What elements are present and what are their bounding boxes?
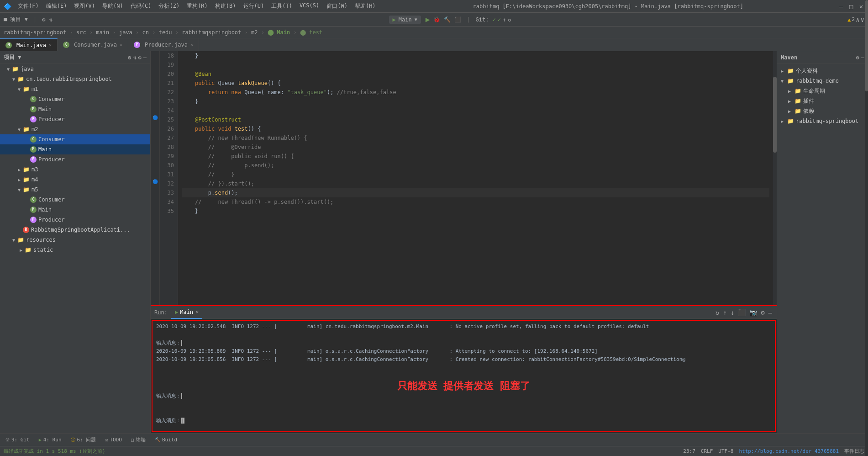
breadcrumb: rabbitmq-springboot › src › main › java … (4, 29, 322, 36)
editor-tabs: M Main.java ✕ C Consumer.java ✕ P Produc… (0, 38, 868, 51)
menu-file[interactable]: 文件(F) (15, 1, 42, 11)
tree-m2-producer[interactable]: ▶ P Producer (0, 154, 150, 164)
tree-cn-tedu[interactable]: ▼ 📁 cn.tedu.rabbitmqspringboot (0, 74, 150, 84)
tree-m5[interactable]: ▼ 📁 m5 (0, 185, 150, 195)
maven-minimize-icon[interactable]: — (861, 54, 864, 61)
up-icon[interactable]: ↑ (722, 308, 727, 317)
menu-window[interactable]: 窗口(W) (324, 1, 350, 11)
tree-arrow-m3: ▶ (16, 167, 22, 172)
git-check1[interactable]: ✓ (492, 16, 495, 23)
settings-icon[interactable]: ⚙ (42, 16, 45, 23)
tab-main[interactable]: M Main.java ✕ (0, 38, 58, 51)
code-line-19 (182, 60, 769, 69)
tree-m5-main[interactable]: ▶ M Main (0, 205, 150, 215)
toolbar-tab-todo[interactable]: ☑ TODO (101, 435, 126, 445)
toolbar-tab-git[interactable]: ⑨ 9: Git (2, 435, 33, 445)
sidebar-minimize-icon[interactable]: — (143, 54, 147, 61)
tree-static[interactable]: ▶ 📁 static (0, 245, 150, 255)
menu-build[interactable]: 构建(B) (212, 1, 239, 11)
minimize-panel-icon[interactable]: — (768, 308, 773, 317)
debug-button[interactable]: 🐞 (433, 16, 440, 23)
tree-m2-consumer[interactable]: ▶ C Consumer (0, 134, 150, 144)
tab-producer[interactable]: P Producer.java ✕ (128, 38, 199, 51)
toolbar-tab-run[interactable]: ▶ 4: Run (35, 435, 65, 445)
tree-app[interactable]: ▶ R RabbitmqSpringbootApplicati... (0, 225, 150, 235)
maven-item-deps[interactable]: ▶ 📁 依赖 (777, 106, 868, 116)
console-content[interactable]: 2020-10-09 19:20:02.548 INFO 1272 --- [ … (153, 321, 775, 431)
maven-label-lifecycle: 生命周期 (803, 87, 825, 95)
git-refresh[interactable]: ↻ (508, 16, 511, 23)
menu-tools[interactable]: 工具(T) (268, 1, 295, 11)
build-button[interactable]: 🔨 (444, 16, 451, 23)
stop-icon[interactable]: ⬛ (737, 308, 747, 317)
tree-resources[interactable]: ▼ 📁 resources (0, 235, 150, 245)
tab-main-close[interactable]: ✕ (49, 42, 52, 48)
toolbar-tab-build[interactable]: 🔨 Build (151, 435, 181, 445)
menu-analyze[interactable]: 分析(Z) (156, 1, 182, 11)
editor-scrollbar[interactable] (773, 51, 777, 305)
bottom-panel-header: Run: ▶ Main ✕ ↻ ↑ ↓ ⬛ 📷 ⚙ — (151, 306, 777, 319)
maven-item-springboot[interactable]: ▶ 📁 rabbitmq-springboot (777, 116, 868, 126)
run-config-arrow[interactable]: ▼ (415, 17, 417, 22)
tab-producer-close[interactable]: ✕ (190, 42, 193, 47)
sidebar-gear-icon[interactable]: ⚙ (128, 54, 131, 61)
tree-m5-producer[interactable]: ▶ P Producer (0, 215, 150, 225)
bottom-tab-main[interactable]: ▶ Main ✕ (171, 306, 202, 319)
git-push[interactable]: ↑ (503, 16, 506, 23)
menu-view[interactable]: 视图(V) (71, 1, 98, 11)
rerun-icon[interactable]: ↻ (715, 308, 720, 317)
menu-refactor[interactable]: 重构(R) (184, 1, 210, 11)
code-line-26: public void test() { (182, 124, 769, 133)
menu-vcs[interactable]: VCS(S) (297, 1, 322, 11)
sidebar-settings-icon[interactable]: ⚙ (138, 54, 142, 61)
maven-item-plugins[interactable]: ▶ 📁 插件 (777, 96, 868, 106)
toolbar-tab-problems[interactable]: ⓘ 6: 问题 (67, 435, 100, 445)
menu-edit[interactable]: 编辑(E) (43, 1, 70, 11)
camera-icon[interactable]: 📷 (748, 308, 758, 317)
run-button[interactable]: ▶ (426, 15, 430, 24)
maven-item-demo[interactable]: ▼ 📁 rabbitmq-demo (777, 76, 868, 86)
toolbar-tab-todo-label: TODO (110, 437, 122, 443)
close-button[interactable]: ✕ (858, 3, 864, 10)
bottom-tab-close[interactable]: ✕ (196, 309, 199, 314)
status-event-log[interactable]: 事件日志 (844, 448, 864, 455)
breadcrumb-class[interactable]: ⬤ Main (268, 29, 290, 36)
maximize-button[interactable]: □ (848, 3, 854, 10)
tab-consumer-close[interactable]: ✕ (120, 42, 122, 47)
toggle-icon[interactable]: ⇅ (49, 16, 52, 23)
maven-item-personal[interactable]: ▶ 📁 个人资料 (777, 66, 868, 76)
stop-button[interactable]: ⬛ (454, 16, 461, 23)
menu-nav[interactable]: 导航(N) (100, 1, 126, 11)
tree-m4[interactable]: ▶ 📁 m4 (0, 175, 150, 185)
tree-m1-consumer[interactable]: ▶ C Consumer (0, 94, 150, 104)
tree-m1-producer[interactable]: ▶ P Producer (0, 114, 150, 124)
menu-run[interactable]: 运行(U) (241, 1, 267, 11)
sidebar-toggle-icon[interactable]: ⇅ (133, 54, 136, 61)
menu-help[interactable]: 帮助(H) (352, 1, 379, 11)
warning-count: ▲ 2 ∧ ∨ (847, 16, 864, 23)
tree-m1-main[interactable]: ▶ M Main (0, 104, 150, 114)
tree-m2[interactable]: ▼ 📁 m2 (0, 124, 150, 134)
git-check2[interactable]: ✓ (498, 16, 501, 23)
tree-label-m5-producer: Producer (38, 217, 65, 223)
tree-m5-consumer[interactable]: ▶ C Consumer (0, 195, 150, 205)
minimize-button[interactable]: — (838, 3, 844, 10)
tree-m1[interactable]: ▼ 📁 m1 (0, 84, 150, 94)
console-line-startup: 2020-10-09 19:20:02.548 INFO 1272 --- [ … (156, 323, 771, 331)
tree-arrow-m1: ▼ (16, 87, 22, 92)
filter-icon[interactable]: ⚙ (760, 308, 765, 317)
maven-item-lifecycle[interactable]: ▶ 📁 生命周期 (777, 86, 868, 96)
maven-arrow-plugins: ▶ (788, 99, 794, 104)
code-content[interactable]: } @Bean public Queue taskQueue() { retur… (178, 51, 773, 305)
maven-settings-icon[interactable]: ⚙ (856, 54, 859, 61)
status-link[interactable]: http://blog.csdn.net/der_43765881 (739, 448, 839, 454)
tree-m2-main[interactable]: ▶ M Main (0, 144, 150, 154)
menu-code[interactable]: 代码(C) (128, 1, 154, 11)
tab-consumer[interactable]: C Consumer.java ✕ (58, 38, 128, 51)
tree-m3[interactable]: ▶ 📁 m3 (0, 164, 150, 175)
toolbar-tab-terminal[interactable]: □ 终端 (127, 435, 149, 445)
tree-java[interactable]: ▼ 📁 java (0, 64, 150, 74)
folder-icon-m4: 📁 (23, 176, 30, 183)
tree-label-cn: cn.tedu.rabbitmqspringboot (26, 76, 112, 82)
down-icon[interactable]: ↓ (730, 308, 735, 317)
